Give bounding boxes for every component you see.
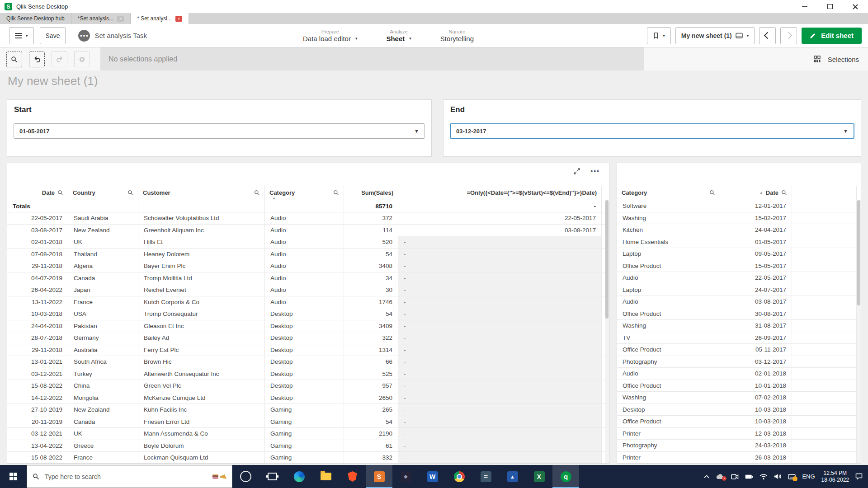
table-row[interactable]: 13-11-2022 France Kutch Corporis & Co Au…: [7, 296, 609, 309]
cell-customer[interactable]: Bailey Ad: [138, 332, 265, 344]
column-header-formula[interactable]: =Only({<Date={">=$(vStart)<=$(vEnd)"}>}D…: [398, 186, 602, 200]
save-button[interactable]: Save: [40, 27, 66, 44]
excel-icon[interactable]: [526, 465, 552, 488]
cell-date[interactable]: 03-12-2021: [7, 428, 68, 440]
cell-category[interactable]: Audio: [265, 249, 344, 260]
table-row[interactable]: 24-04-2018 Pakistan Gleason Et Inc Deskt…: [7, 320, 609, 333]
table-row[interactable]: 07-08-2018 Thailand Heaney Dolorem Audio…: [7, 249, 609, 261]
cell-category[interactable]: Desktop: [265, 356, 344, 368]
table-row[interactable]: Audio 02-01-2018: [617, 368, 861, 380]
cell-category[interactable]: Office Product: [617, 308, 720, 320]
cell-customer[interactable]: Altenwerth Consequatur Inc: [138, 368, 265, 380]
table-row[interactable]: 22-05-2017 Saudi Arabia Schowalter Volup…: [7, 212, 609, 225]
table-row[interactable]: 13-01-2021 South Africa Brown Hic Deskto…: [7, 356, 609, 368]
maximize-button[interactable]: [817, 0, 843, 13]
cell-category[interactable]: Audio: [617, 272, 720, 284]
cell-category[interactable]: Audio: [265, 225, 344, 236]
search-input[interactable]: [44, 473, 208, 481]
scrollbar-thumb[interactable]: [605, 200, 609, 319]
circle-app-icon[interactable]: [232, 465, 259, 488]
search-icon[interactable]: [127, 190, 133, 196]
cell-category[interactable]: Photography: [617, 440, 720, 451]
edge-icon[interactable]: [286, 465, 312, 488]
table-row[interactable]: Office Product 05-11-2017: [617, 344, 861, 356]
fullscreen-icon[interactable]: [573, 168, 580, 175]
cell-customer[interactable]: Green Vel Plc: [138, 380, 265, 392]
cell-country[interactable]: UK: [68, 236, 138, 248]
cell-customer[interactable]: Kuhn Facilis Inc: [138, 404, 265, 416]
cell-category[interactable]: Software: [617, 200, 720, 212]
language-indicator[interactable]: ENG: [802, 473, 815, 480]
cell-category[interactable]: Desktop: [265, 308, 344, 320]
step-back-button[interactable]: [29, 52, 45, 67]
global-menu-button[interactable]: ▾: [9, 27, 34, 44]
cell-date[interactable]: 01-05-2017: [720, 236, 792, 248]
cell-category[interactable]: Washing: [617, 212, 720, 224]
tab-close-icon[interactable]: ×: [117, 16, 124, 22]
file-explorer-icon[interactable]: [312, 465, 339, 488]
search-icon[interactable]: [333, 190, 339, 196]
nav-narrate[interactable]: Narrate Storytelling: [427, 24, 487, 47]
cell-customer[interactable]: Tromp Consequatur: [138, 308, 265, 320]
table-row[interactable]: Washing 31-08-2017: [617, 320, 861, 332]
cell-customer[interactable]: Lockman Quisquam Ltd: [138, 452, 265, 463]
table-row[interactable]: Office Product 15-05-2017: [617, 260, 861, 272]
cell-category[interactable]: Gaming: [265, 404, 344, 416]
cell-category[interactable]: Audio: [617, 368, 720, 380]
cell-country[interactable]: Canada: [68, 272, 138, 284]
table-row[interactable]: Home Essentials 01-05-2017: [617, 236, 861, 249]
cell-country[interactable]: Pakistan: [68, 320, 138, 332]
cell-customer[interactable]: Reichel Eveniet: [138, 284, 265, 296]
tab-set-analysis-1[interactable]: *Set analysis... ×: [71, 13, 131, 24]
cell-category[interactable]: Office Product: [617, 380, 720, 392]
cell-category[interactable]: Laptop: [617, 248, 720, 260]
cell-date[interactable]: 13-04-2022: [7, 440, 68, 452]
cell-date[interactable]: 07-02-2018: [720, 392, 792, 404]
cell-date[interactable]: 10-03-2018: [7, 308, 68, 320]
cell-category[interactable]: Audio: [265, 212, 344, 224]
cell-category[interactable]: Desktop: [265, 344, 344, 356]
tab-close-icon[interactable]: ×: [175, 16, 182, 22]
search-icon[interactable]: [781, 190, 787, 196]
options-menu-icon[interactable]: •••: [590, 168, 600, 175]
table-row[interactable]: Printer 26-03-2018: [617, 452, 861, 464]
cell-date[interactable]: 10-01-2018: [720, 380, 792, 392]
cell-category[interactable]: Kitchen: [617, 224, 720, 236]
cell-category[interactable]: Laptop: [617, 284, 720, 296]
scrollbar-thumb[interactable]: [857, 200, 860, 305]
brave-icon[interactable]: [339, 465, 366, 488]
table-row[interactable]: Audio 22-05-2017: [617, 272, 861, 284]
cell-customer[interactable]: Bayer Enim Plc: [138, 260, 265, 272]
cell-category[interactable]: Gaming: [265, 440, 344, 452]
table-row[interactable]: Audio 03-08-2017: [617, 296, 861, 308]
search-icon[interactable]: [254, 190, 260, 196]
cell-category[interactable]: Printer: [617, 428, 720, 440]
cell-date[interactable]: 15-05-2017: [720, 260, 792, 272]
vertical-scrollbar[interactable]: [857, 200, 861, 463]
cell-date[interactable]: 31-08-2017: [720, 320, 792, 332]
smart-search-button[interactable]: [6, 52, 22, 67]
cell-category[interactable]: Audio: [265, 284, 344, 296]
cell-customer[interactable]: Friesen Error Ltd: [138, 416, 265, 428]
cell-category[interactable]: Desktop: [265, 332, 344, 344]
cell-country[interactable]: Turkey: [68, 368, 138, 380]
cell-category[interactable]: Desktop: [617, 404, 720, 416]
bookmark-button[interactable]: ▾: [647, 27, 671, 44]
cell-category[interactable]: Office Product: [617, 344, 720, 356]
cell-country[interactable]: Canada: [68, 416, 138, 428]
cell-country[interactable]: France: [68, 452, 138, 463]
vertical-scrollbar[interactable]: [605, 200, 609, 463]
tab-hub[interactable]: Qlik Sense Desktop hub: [0, 13, 71, 24]
cell-date[interactable]: 03-08-2017: [7, 225, 68, 236]
table-row[interactable]: Office Product 10-01-2018: [617, 380, 861, 392]
cell-date[interactable]: 26-03-2018: [720, 452, 792, 464]
qlik-sense-icon[interactable]: [552, 465, 579, 488]
clock[interactable]: 12:54 PM 18-06-2022: [821, 470, 849, 483]
table-row[interactable]: Office Product 30-08-2017: [617, 308, 861, 320]
table-row[interactable]: 03-08-2017 New Zealand Greenholt Aliquam…: [7, 225, 609, 237]
table-row[interactable]: Laptop 24-07-2017: [617, 284, 861, 296]
cell-date[interactable]: 13-01-2021: [7, 356, 68, 368]
column-header-date[interactable]: Date: [7, 186, 68, 200]
table-row[interactable]: Washing 07-02-2018: [617, 392, 861, 404]
table-row[interactable]: 03-12-2021 UK Mann Assumenda & Co Gaming…: [7, 428, 609, 440]
